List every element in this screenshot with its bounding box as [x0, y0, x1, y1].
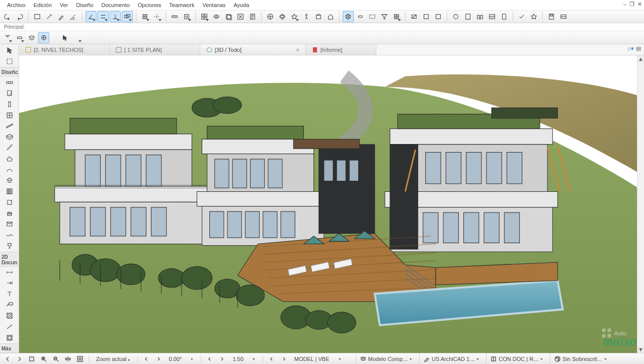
angle-constraint-button[interactable] [86, 11, 97, 22]
label-tool[interactable] [2, 300, 17, 310]
stair-tool[interactable] [2, 142, 17, 153]
grid-button[interactable] [139, 11, 150, 22]
text-tool[interactable] [2, 289, 17, 300]
model-next-button[interactable] [279, 354, 288, 363]
element-transfer-button[interactable] [38, 32, 49, 43]
arrow-tool[interactable] [2, 45, 17, 56]
offset-constraint-button[interactable] [122, 11, 133, 22]
find-select-button[interactable] [235, 11, 246, 22]
prev-view-button[interactable] [142, 354, 151, 363]
snap-guides-button[interactable] [151, 11, 163, 22]
level-dim-tool[interactable] [2, 278, 17, 288]
door-tool[interactable] [2, 88, 17, 99]
suspend-groups-button[interactable] [199, 11, 210, 22]
walk-button[interactable] [301, 11, 312, 22]
menu-diseno[interactable]: Diseño [72, 1, 97, 9]
tab-overflow-icon[interactable]: ▤ [636, 45, 641, 52]
mesh-tool[interactable] [2, 230, 17, 240]
check-button[interactable] [516, 11, 527, 22]
geometry-method-button[interactable] [14, 32, 25, 43]
drawing-manager-button[interactable] [558, 11, 569, 22]
elevation-button[interactable] [421, 11, 432, 22]
scroll-track[interactable] [637, 62, 644, 346]
navigator-button[interactable] [265, 11, 276, 22]
beam-tool[interactable] [2, 121, 17, 131]
curtain-wall-tool[interactable] [2, 186, 17, 197]
menu-opciones[interactable]: Opciones [134, 1, 165, 9]
3d-window-button[interactable] [343, 11, 354, 22]
worksheet-button[interactable] [462, 11, 473, 22]
layer-combo-chip[interactable]: Modelo Comp…▸ [356, 353, 416, 364]
zoom-in-button[interactable] [39, 354, 48, 363]
ruler-button[interactable] [169, 11, 180, 22]
home-view-button[interactable] [325, 11, 336, 22]
mvodoc-chip[interactable]: CON DOC | R…▸ [486, 353, 547, 364]
line-tool[interactable] [2, 322, 17, 332]
parallel-constraint-button[interactable] [98, 11, 109, 22]
drawing-tool[interactable] [2, 332, 17, 343]
object-tool[interactable] [2, 208, 17, 219]
trace-button[interactable] [223, 11, 234, 22]
measure-button[interactable] [181, 11, 192, 22]
scroll-up-icon[interactable]: ▲ [637, 55, 644, 62]
undo-button[interactable] [2, 11, 13, 22]
menu-documento[interactable]: Documento [98, 1, 134, 9]
show-hide-button[interactable] [211, 11, 222, 22]
model-menu-button[interactable]: ▸ [336, 354, 345, 363]
render-button[interactable] [487, 11, 498, 22]
arrow-opts-button[interactable] [71, 32, 83, 43]
arrow-sel-button[interactable] [59, 32, 70, 43]
zoom-window-button[interactable] [27, 354, 36, 363]
window-maximize-icon[interactable]: ❐ [629, 1, 634, 8]
scroll-down-icon[interactable]: ▼ [637, 346, 644, 353]
selection-mode-button[interactable] [2, 32, 13, 43]
scale-menu-button[interactable]: ▸ [250, 354, 259, 363]
vertical-scrollbar[interactable]: ▲ ▼ [637, 55, 644, 353]
marquee-tool[interactable] [2, 56, 17, 67]
menu-edicion[interactable]: Edición [30, 1, 56, 9]
explore-button[interactable] [289, 11, 300, 22]
fill-tool[interactable] [2, 311, 17, 321]
camera-button[interactable] [474, 11, 486, 22]
zoom-indicator[interactable]: Zoom actual ▸ [93, 356, 133, 362]
magic-wand-button[interactable] [44, 11, 55, 22]
cutaway-button[interactable] [355, 11, 366, 22]
model-prev-button[interactable] [267, 354, 276, 363]
menu-archivo[interactable]: Archivo [3, 1, 30, 9]
menu-ventanas[interactable]: Ventanas [198, 1, 229, 9]
tab-informe[interactable]: [Informe] [306, 44, 376, 55]
dimension-tool[interactable] [2, 267, 17, 278]
3d-viewport[interactable]: Avito maiso ▲ ▼ [19, 55, 644, 353]
perpendicular-constraint-button[interactable] [110, 11, 121, 22]
scale-indicator[interactable]: 1:50 [229, 356, 246, 362]
section-button[interactable] [409, 11, 420, 22]
pen-set-chip[interactable]: US ArchiCAD 1…▸ [419, 353, 483, 364]
element-info-button[interactable] [247, 11, 258, 22]
next-view-button[interactable] [154, 354, 163, 363]
new-view-button[interactable] [32, 11, 43, 22]
tab-3d-todo[interactable]: [3D / Todo] × [200, 44, 306, 55]
menu-teamwork[interactable]: Teamwork [165, 1, 198, 9]
slab-tool[interactable] [2, 131, 17, 142]
print-layout-button[interactable] [499, 11, 510, 22]
scale-next-button[interactable] [217, 354, 226, 363]
window-tool[interactable] [2, 110, 17, 120]
favorites-button[interactable] [528, 11, 539, 22]
layer-chooser-button[interactable] [26, 32, 37, 43]
window-close-icon[interactable]: ✕ [637, 1, 642, 8]
detail-button[interactable] [450, 11, 461, 22]
nav-back-button[interactable] [3, 354, 12, 363]
tab-nivel-techos[interactable]: [2. NIVEL TECHOS] [19, 44, 110, 55]
graphic-override-chip[interactable]: Sin Sobrescrit…▸ [550, 353, 610, 364]
redo-button[interactable] [14, 11, 25, 22]
pan-button[interactable] [63, 354, 72, 363]
menu-ayuda[interactable]: Ayuda [229, 1, 253, 9]
lamp-tool[interactable] [2, 241, 17, 251]
filter-3d-button[interactable] [379, 11, 390, 22]
layout-book-button[interactable] [546, 11, 557, 22]
syringe-button[interactable] [68, 11, 79, 22]
close-tab-icon[interactable]: × [296, 47, 299, 53]
eyedropper-button[interactable] [56, 11, 67, 22]
marquee-3d-button[interactable] [367, 11, 378, 22]
fit-view-button[interactable] [75, 354, 85, 363]
